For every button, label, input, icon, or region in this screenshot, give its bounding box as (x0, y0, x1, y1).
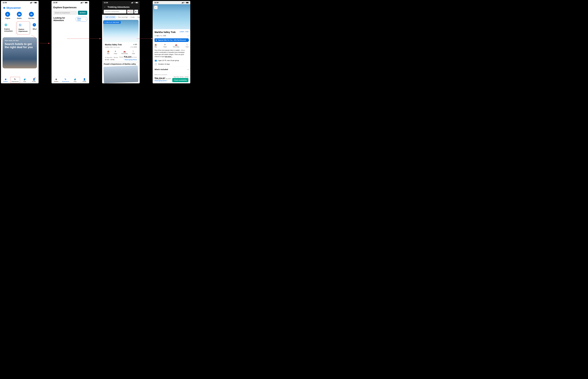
food-icon: 🍴 (132, 50, 134, 52)
explore-icon (4, 78, 7, 80)
tripadvisor-icon: ⓞⓞ (163, 35, 166, 37)
star-icon: ★ (155, 35, 156, 37)
category-flights[interactable]: Flights (5, 12, 10, 19)
status-time: 12:30 (104, 2, 108, 3)
globe-icon: 🌐 (4, 23, 8, 27)
amenity-pickdrop: 🚗Pick & Drop (121, 50, 128, 54)
next-trek: Next Trek : 01 Feb – 10 Feb (174, 76, 188, 78)
chip-price[interactable]: Price: Low to High (117, 16, 129, 18)
food-icon: 🍴 (186, 44, 188, 46)
amenity-stay: 🏨Stay (155, 44, 157, 47)
status-bar: 12:30 (52, 1, 89, 4)
screen-home: 12:30 Skyscanner Flights Hotels Car Hire (1, 1, 39, 83)
bag-icon: 🧳 (23, 78, 26, 81)
guest-picker[interactable]: 👤 4 (134, 10, 138, 14)
nav-profile[interactable]: 👤 Profile (80, 77, 89, 83)
star-icon: ★ (133, 44, 134, 45)
category-hotels[interactable]: Hotels (17, 12, 22, 19)
destination-input[interactable]: Choose a destination (104, 10, 126, 14)
filter-icon: ≡ (104, 16, 105, 18)
tripadvisor-icon: ⓞⓞ (134, 46, 137, 48)
card-scuba[interactable]: Scuba Diving Karnataka · Gujrat · … Phil… (71, 49, 87, 73)
hero-image: ‹ (153, 4, 190, 31)
bed-icon: 🏨 (107, 50, 109, 52)
card-trekking[interactable]: Trekking Shimla · Manali · Ladak… Peru ·… (53, 23, 70, 47)
info-ages: 👥Ages 15-75, max 15 per group (155, 59, 188, 62)
category-carhire[interactable]: Car Hire (28, 12, 34, 19)
amenity-stay: 🏨Stay (107, 50, 109, 54)
signal-icon (182, 2, 183, 3)
section-title: Looking for Adventure (53, 17, 76, 22)
amenity-travel: ✈Travel (114, 50, 117, 54)
group-prices-link[interactable]: Check group prices ˅ (155, 80, 171, 81)
plane-icon: ✈ (115, 50, 116, 52)
chip-sort-filters[interactable]: ≡ SORT & FILTERS (103, 16, 116, 18)
page-title: Trekking Adventures (107, 6, 130, 8)
show-more-button[interactable]: Show more › (76, 17, 87, 22)
back-icon[interactable]: ← (104, 6, 106, 8)
wifi-icon (32, 2, 34, 3)
chip-popular[interactable]: Popular (136, 16, 140, 18)
chip-india[interactable]: In India (130, 16, 136, 18)
rating-row[interactable]: ★ 4.3 (771) ⓞⓞ › (155, 34, 188, 37)
chevron-up-icon: ˄ (124, 59, 124, 60)
search-input[interactable] (53, 11, 77, 15)
bag-icon: 🧳 (74, 78, 76, 81)
battery-icon (85, 2, 88, 3)
status-time: 12:30 (3, 2, 7, 3)
nav-experiences[interactable]: ⛷ Experiences (10, 77, 20, 83)
card-safari[interactable]: Jungle Safari Madhya Pradesh · … Peru · … (53, 49, 70, 73)
ski-icon: ⛷ (65, 78, 67, 80)
hero-hotels[interactable]: Your room, for less Search hotels to get… (3, 37, 37, 68)
battery-icon (135, 2, 138, 3)
tile-why-choose[interactable]: ? Why Choose Skyscanner (31, 21, 37, 34)
percent-icon: % (104, 22, 106, 23)
trek-title: Markha Valley Trek (105, 44, 122, 46)
status-time: 12:30 (154, 2, 159, 3)
bed-icon (18, 13, 20, 16)
whats-included[interactable]: What's Included › (155, 67, 188, 72)
bottom-nav: Explore ⛷ Experiences 🧳 Trips 👤 Profile (1, 77, 39, 83)
explore-icon (55, 78, 57, 80)
nav-profile[interactable]: 👤 Profile (29, 77, 39, 83)
search-button[interactable]: SEARCH (78, 11, 87, 15)
card-rafting[interactable]: River rafting Rishikesh · Karnataka… Chi… (71, 23, 87, 47)
question-icon: ? (33, 23, 36, 27)
nav-explore[interactable]: Explore (52, 77, 61, 83)
chevron-left-icon: ‹ (155, 6, 156, 8)
car-icon: 🚗 (123, 50, 126, 52)
screen-trekking-list: 12:30 ← Trekking Adventures Choose a des… (102, 1, 140, 83)
car-icon: 🚗 (175, 44, 177, 46)
nav-explore[interactable]: Explore (1, 77, 10, 83)
tile-explore-experiences[interactable]: ⛷ Explore Experiences (17, 21, 30, 34)
offer-banner: ✪ "Special Offer For You : 25% Flat Disc… (155, 38, 188, 42)
date-picker[interactable]: 📅 01 Feb 15 Feb (127, 10, 133, 14)
nav-trips[interactable]: 🧳 Trips (20, 77, 29, 83)
battery-icon (186, 2, 189, 3)
tile-explore-everywhere[interactable]: 🌐 Explore everywhere (3, 21, 15, 34)
wifi-icon (184, 2, 186, 3)
check-availability-button[interactable]: Check availability (172, 78, 188, 82)
trek-title: Markha Valley Trek (155, 31, 176, 33)
see-more-link[interactable]: see more… (165, 56, 172, 57)
skyscanner-icon (3, 6, 6, 9)
experiences-title: People's Experiences of Markha valley (104, 63, 138, 65)
what-to-expect[interactable]: What to expect › (155, 72, 188, 75)
group-prices-link[interactable]: ˄Check group Prices (124, 59, 137, 60)
nav-trips[interactable]: 🧳 Trips (70, 77, 80, 83)
info-duration: 🕐Duration 10 days (155, 63, 188, 65)
calendar-icon: 📅 (128, 11, 129, 12)
person-icon: 👤 (135, 11, 136, 12)
amenity-food: 🍴Food (186, 44, 188, 47)
discount-badge: % 25% FLAT DISCOUNT (103, 21, 121, 24)
amenity-food: 🍴Food (132, 50, 135, 54)
signal-icon (131, 2, 133, 3)
car-icon (30, 13, 33, 16)
trek-card-markha[interactable]: % 25% FLAT DISCOUNT Markha Valley Trek ★… (103, 20, 139, 62)
badge-icon: ✪ (156, 39, 157, 41)
chevron-right-icon: › (85, 18, 86, 20)
back-button[interactable]: ‹ (154, 6, 158, 9)
wifi-icon (133, 2, 135, 3)
user-photo[interactable] (103, 65, 138, 83)
nav-experiences[interactable]: ⛷ Experiences (61, 77, 70, 83)
